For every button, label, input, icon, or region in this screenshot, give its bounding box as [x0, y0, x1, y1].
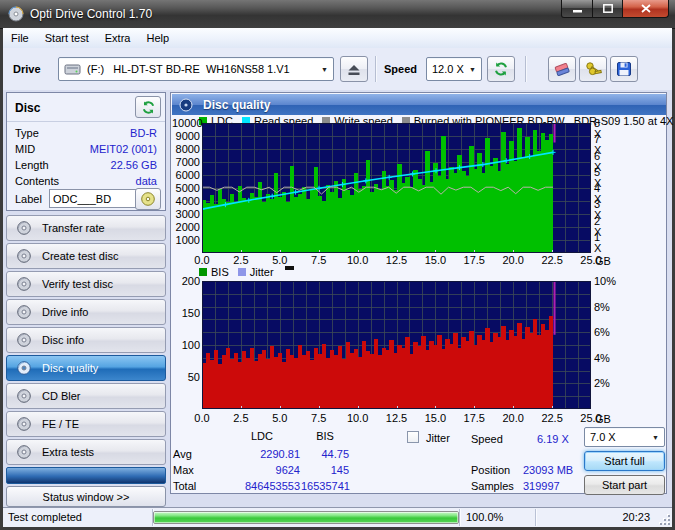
- sidebar-item-cd-bler[interactable]: CD Bler: [6, 383, 166, 409]
- start-full-button[interactable]: Start full: [584, 451, 665, 471]
- axis-tick-label: 5000: [172, 183, 200, 194]
- statusbar: Test completed 100.0% 20:23: [3, 507, 672, 527]
- status-text-cell: Test completed: [3, 509, 153, 526]
- erase-disc-button[interactable]: [548, 56, 576, 82]
- sidebar-item-transfer-rate[interactable]: Transfer rate: [6, 215, 166, 241]
- sidebar-item-extra-tests[interactable]: Extra tests: [6, 439, 166, 465]
- jitter-checkbox[interactable]: [407, 431, 419, 443]
- axis-tick-label: 17.5: [459, 413, 489, 424]
- sidebar-item-label: Create test disc: [42, 250, 118, 262]
- bis-chart: [202, 281, 591, 409]
- start-full-label: Start full: [604, 455, 644, 467]
- axis-tick-label: 6000: [172, 170, 200, 181]
- progress-percent: 100.0%: [466, 511, 503, 523]
- status-window-label: Status window >>: [43, 491, 130, 503]
- sidebar-item-label: Drive info: [42, 306, 88, 318]
- minimize-button[interactable]: [561, 0, 593, 18]
- menu-item-file[interactable]: File: [3, 28, 37, 48]
- ldc-chart: [202, 123, 591, 253]
- disc-icon: [16, 276, 32, 292]
- disc-icon: [16, 304, 32, 320]
- start-part-button[interactable]: Start part: [584, 475, 665, 495]
- percent-cell: 100.0%: [460, 509, 536, 526]
- progress-bar: [153, 511, 459, 524]
- axis-tick-label: 8%: [594, 302, 610, 313]
- disc-icon: [16, 220, 32, 236]
- menu-item-start-test[interactable]: Start test: [37, 28, 97, 48]
- axis-tick-label: 7000: [172, 157, 200, 168]
- sidebar-item-label: Verify test disc: [42, 278, 113, 290]
- drive-select[interactable]: (F:) HL-DT-ST BD-RE WH16NS58 1.V1 ▼: [58, 57, 334, 81]
- position-value: 23093 MB: [523, 464, 573, 476]
- x-axis-unit: GB: [595, 255, 611, 267]
- license-button[interactable]: [579, 56, 607, 82]
- sidebar-item-fe-te[interactable]: FE / TE: [6, 411, 166, 437]
- axis-tick-label: 22.5: [537, 255, 567, 266]
- drive-label: Drive: [13, 63, 41, 75]
- refresh-button[interactable]: [487, 56, 515, 82]
- eraser-icon: [553, 61, 571, 77]
- sidebar-item-verify-test-disc[interactable]: Verify test disc: [6, 271, 166, 297]
- menu-item-help[interactable]: Help: [138, 28, 177, 48]
- axis-tick-label: 12.5: [382, 255, 412, 266]
- write-label-button[interactable]: [135, 188, 161, 210]
- legend-item: Jitter: [238, 266, 274, 278]
- axis-tick-label: 5.0: [265, 413, 295, 424]
- keys-icon: [584, 61, 602, 77]
- eject-button[interactable]: [340, 56, 368, 82]
- axis-tick-label: 1 X: [594, 232, 601, 254]
- panel-title: Disc quality: [203, 98, 270, 112]
- clock-cell: 20:23: [530, 509, 658, 526]
- speed-stat-value: 6.19 X: [537, 433, 569, 445]
- titlebar: Opti Drive Control 1.70: [0, 0, 675, 29]
- sidebar-item-disc-quality[interactable]: Disc quality: [6, 355, 166, 381]
- axis-tick-label: 0.0: [187, 255, 217, 266]
- sidebar-item-create-test-disc[interactable]: Create test disc: [6, 243, 166, 269]
- position-label: Position: [471, 464, 510, 476]
- disc-info-row: Length22.56 GB: [15, 159, 157, 173]
- start-part-label: Start part: [602, 479, 647, 491]
- axis-tick-label: 4%: [594, 353, 610, 364]
- axis-tick-label: 100: [172, 340, 200, 351]
- jitter-checkbox-label: Jitter: [426, 432, 450, 444]
- disc-icon: [16, 388, 32, 404]
- disc-icon: [16, 248, 32, 264]
- stats-value: 145: [301, 464, 349, 476]
- status-window-button[interactable]: Status window >>: [6, 486, 166, 507]
- maximize-button[interactable]: [593, 0, 622, 18]
- axis-tick-label: 2.5: [226, 255, 256, 266]
- stats-col-header: LDC: [224, 430, 300, 442]
- close-button[interactable]: [622, 0, 669, 18]
- axis-tick-label: 0.0: [187, 413, 217, 424]
- samples-value: 319997: [523, 480, 560, 492]
- drive-value: (F:) HL-DT-ST BD-RE WH16NS58 1.V1: [87, 63, 290, 75]
- save-button[interactable]: [610, 56, 638, 82]
- axis-tick-label: 20.0: [498, 255, 528, 266]
- axis-tick-label: 12.5: [382, 413, 412, 424]
- resize-grip[interactable]: [658, 513, 670, 525]
- axis-tick-label: 15.0: [420, 413, 450, 424]
- sidebar-filler: [6, 467, 166, 484]
- disc-info-label: MID: [15, 143, 35, 155]
- disc-icon: [16, 416, 32, 432]
- refresh-icon: [493, 61, 509, 77]
- disc-label-input[interactable]: [49, 189, 139, 208]
- sidebar-item-label: Disc quality: [42, 362, 98, 374]
- speed-label: Speed: [384, 63, 417, 75]
- disc-panel: Disc TypeBD-RMIDMEIT02 (001)Length22.56 …: [6, 92, 166, 211]
- divider: [7, 121, 165, 122]
- disc-icon: [140, 191, 156, 207]
- disc-refresh-button[interactable]: [135, 96, 161, 118]
- disc-icon: [16, 360, 32, 376]
- sidebar-item-disc-info[interactable]: Disc info: [6, 327, 166, 353]
- axis-tick-label: 10%: [594, 276, 616, 287]
- sidebar-item-drive-info[interactable]: Drive info: [6, 299, 166, 325]
- speed-select[interactable]: 12.0 X ▼: [426, 57, 482, 81]
- disc-info-label: Type: [15, 127, 39, 139]
- test-speed-select[interactable]: 7.0 X ▼: [584, 427, 665, 447]
- menu-item-extra[interactable]: Extra: [97, 28, 139, 48]
- legend-label: Jitter: [250, 266, 274, 278]
- axis-tick-label: 15.0: [420, 255, 450, 266]
- axis-tick-label: 3000: [172, 209, 200, 220]
- stats-value: 9624: [224, 464, 300, 476]
